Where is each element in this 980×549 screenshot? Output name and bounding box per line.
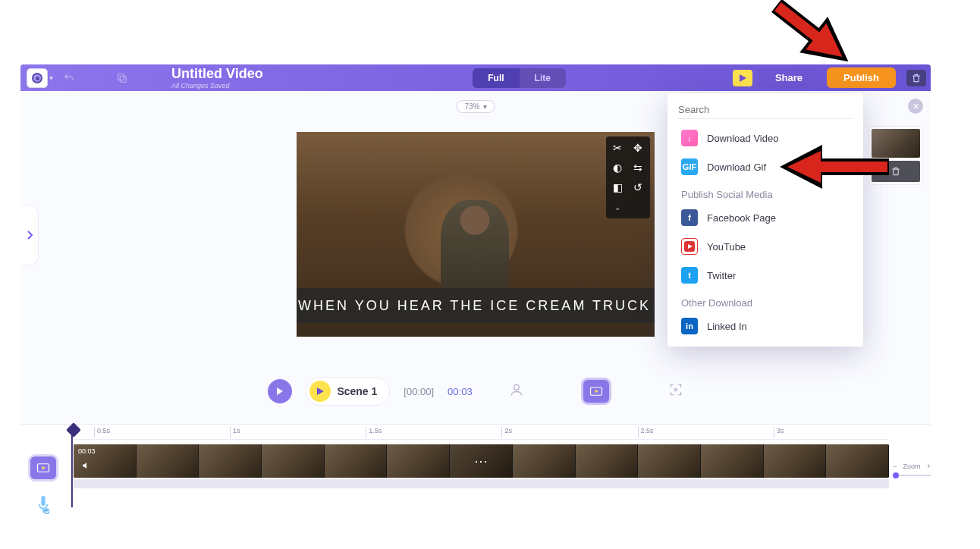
- publish-option[interactable]: fFacebook Page: [667, 203, 863, 232]
- video-subject-figure: [441, 200, 509, 291]
- timeline-frame: [701, 444, 764, 478]
- timeline-frame: [262, 444, 325, 478]
- scene-selector[interactable]: Scene 1: [306, 377, 390, 406]
- logo-dropdown-icon[interactable]: ▾: [49, 74, 53, 82]
- chevron-down-icon: ▾: [483, 102, 487, 111]
- publish-option-icon: GIF: [681, 158, 698, 175]
- svg-line-20: [777, 7, 820, 40]
- project-title[interactable]: Untitled Video: [171, 67, 263, 80]
- timeline-frame: [764, 444, 827, 478]
- publish-option[interactable]: inLinked In: [667, 312, 863, 340]
- ruler-tick: 2.5s: [638, 427, 654, 438]
- svg-point-7: [674, 388, 677, 391]
- dd-other-list: inLinked In: [667, 312, 863, 340]
- zoom-label: Zoom: [903, 463, 920, 470]
- play-button[interactable]: [268, 379, 292, 403]
- mode-full-button[interactable]: Full: [473, 68, 519, 88]
- move-icon[interactable]: ✥: [631, 141, 645, 155]
- publish-option-icon: f: [681, 209, 698, 226]
- copy-button[interactable]: [111, 67, 133, 89]
- annotation-arrow-download-gif: [777, 140, 890, 193]
- timeline-audio-track[interactable]: [74, 479, 889, 488]
- svg-marker-9: [42, 466, 46, 470]
- ruler-tick: 0.5s: [94, 427, 110, 438]
- timeline-zoom-control[interactable]: −Zoom+: [893, 463, 931, 476]
- svg-marker-2: [740, 74, 746, 82]
- publish-option-icon: ↓: [681, 130, 698, 146]
- publish-option-label: YouTube: [707, 241, 746, 253]
- half-icon[interactable]: ◧: [611, 180, 624, 194]
- save-status: All Changes Saved: [171, 82, 263, 89]
- zoom-level-pill[interactable]: 73% ▾: [456, 100, 495, 113]
- zoom-percent-label: 73%: [464, 102, 479, 111]
- timeline-frame: [199, 444, 262, 478]
- ruler-tick: 1s: [230, 427, 240, 438]
- ruler-tick: 2s: [501, 427, 512, 438]
- publish-option-label: Download Video: [707, 133, 778, 144]
- clip-time-badge: 00:03: [78, 447, 96, 455]
- svg-rect-10: [41, 496, 46, 506]
- publish-option-label: Download Gif: [707, 162, 766, 173]
- app-logo[interactable]: [27, 68, 48, 88]
- character-icon[interactable]: [509, 382, 524, 400]
- editor-mode-toggle: Full Lite: [473, 68, 566, 88]
- dd-social-list: fFacebook PageYouTubetTwitter: [667, 203, 863, 290]
- mode-lite-button[interactable]: Lite: [520, 68, 566, 88]
- svg-marker-6: [595, 390, 598, 394]
- stage-tool-strip: ✂ ✥ ◐ ⇆ ◧ ↺ ⌄: [606, 136, 650, 218]
- annotation-arrow-publish: [746, 0, 853, 80]
- close-panel-button[interactable]: ✕: [908, 99, 923, 114]
- title-block: Untitled Video All Changes Saved: [171, 67, 263, 89]
- timeline-frame: [325, 444, 388, 478]
- toolstrip-expand-icon[interactable]: ⌄: [611, 200, 624, 214]
- scene-label: Scene 1: [337, 385, 377, 397]
- timeline-track[interactable]: [74, 444, 889, 478]
- discard-button[interactable]: [906, 70, 926, 86]
- scene-play-icon: [309, 381, 331, 402]
- ruler-tick: 3s: [774, 427, 784, 438]
- time-current: 00:03: [448, 386, 473, 397]
- publish-option-icon: [681, 238, 698, 255]
- ruler-tick: 1.5s: [366, 427, 382, 438]
- undo-button[interactable]: [58, 67, 80, 89]
- timeline-frame-more[interactable]: [450, 444, 513, 478]
- mute-icon[interactable]: [81, 461, 90, 472]
- focus-icon[interactable]: [668, 382, 683, 400]
- svg-marker-13: [688, 244, 693, 249]
- zoom-slider[interactable]: [893, 475, 931, 476]
- svg-marker-3: [317, 387, 324, 395]
- zoom-plus-icon[interactable]: +: [927, 463, 931, 470]
- publish-search-input[interactable]: [678, 101, 853, 119]
- caption-text: WHEN YOU HEAR THE ICE CREAM TRUCK: [298, 298, 651, 314]
- svg-rect-0: [120, 76, 126, 82]
- publish-option[interactable]: tTwitter: [667, 261, 863, 290]
- time-start: [00:00]: [404, 386, 434, 397]
- timeline-frame: [513, 444, 576, 478]
- video-chip-button[interactable]: [583, 380, 609, 403]
- playbar: Scene 1 [00:00] 00:03: [20, 377, 931, 406]
- timeline-ruler[interactable]: 0.5s1s1.5s2s2.5s3s: [74, 425, 889, 440]
- timeline-frame: [826, 444, 889, 478]
- publish-option-icon: in: [681, 318, 698, 334]
- timeline-left-tools: [20, 449, 66, 531]
- rotate-icon[interactable]: ↺: [631, 180, 645, 194]
- publish-option[interactable]: YouTube: [667, 232, 863, 261]
- zoom-minus-icon[interactable]: −: [893, 463, 897, 470]
- timeline-frame: [638, 444, 701, 478]
- timeline-video-chip[interactable]: [30, 456, 56, 479]
- dd-section-other: Other Download: [667, 290, 863, 312]
- svg-point-4: [514, 384, 519, 390]
- cut-icon[interactable]: ✂: [611, 141, 624, 155]
- timeline-frame: [576, 444, 639, 478]
- video-stage[interactable]: ✂ ✥ ◐ ⇆ ◧ ↺ ⌄ WHEN YOU HEAR THE ICE CREA…: [297, 132, 655, 337]
- publish-dropdown: ↓Download VideoGIFDownload Gif Publish S…: [667, 93, 863, 347]
- timeline: 0.5s1s1.5s2s2.5s3s 00:03 −Zoom+: [20, 425, 931, 531]
- contrast-icon[interactable]: ◐: [611, 161, 624, 174]
- svg-rect-1: [118, 74, 124, 80]
- microphone-button[interactable]: [35, 494, 52, 519]
- sidebar-expand-button[interactable]: [20, 205, 39, 265]
- swap-icon[interactable]: ⇆: [631, 161, 645, 174]
- timeline-frame: [387, 444, 450, 478]
- publish-option-label: Linked In: [707, 321, 747, 332]
- caption-overlay[interactable]: WHEN YOU HEAR THE ICE CREAM TRUCK: [297, 288, 655, 323]
